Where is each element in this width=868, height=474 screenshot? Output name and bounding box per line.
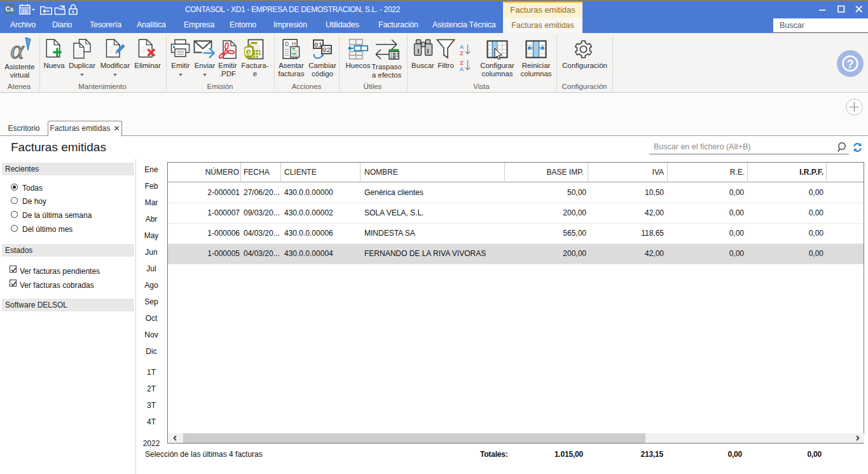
svg-text:e: e — [246, 46, 251, 57]
svg-text:α: α — [11, 37, 25, 61]
svg-text:A: A — [460, 44, 464, 50]
svg-text:Z: Z — [460, 60, 464, 66]
svg-text:H: H — [292, 41, 296, 47]
svg-text:Z: Z — [460, 50, 464, 56]
svg-text:A: A — [460, 66, 464, 72]
svg-text:?: ? — [847, 58, 854, 71]
svg-text:Cs: Cs — [6, 6, 14, 13]
svg-text:02: 02 — [322, 46, 331, 54]
svg-text:D: D — [285, 41, 289, 47]
